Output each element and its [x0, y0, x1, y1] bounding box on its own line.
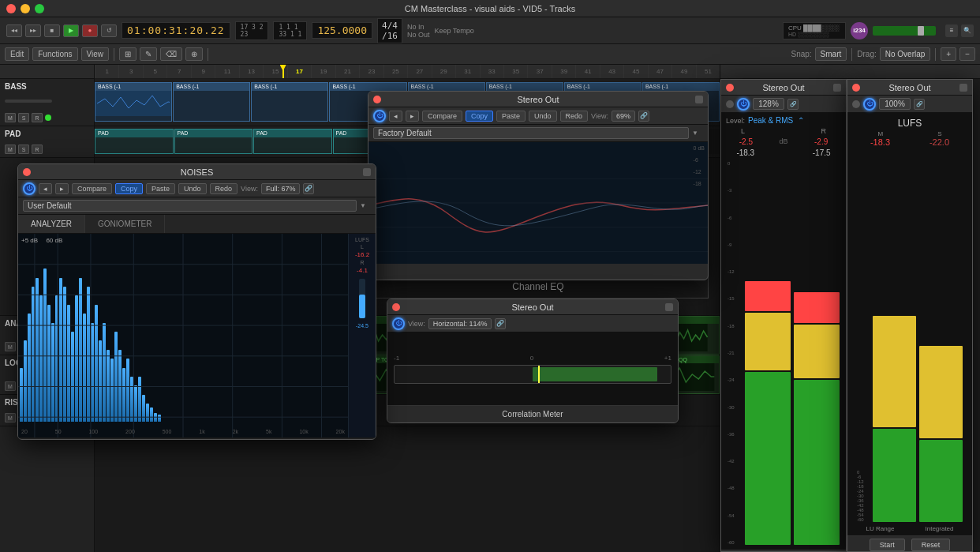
level-mode-chevron[interactable]: ⌃ — [798, 116, 804, 125]
pad-solo-btn[interactable]: S — [18, 145, 29, 154]
level-peak-r: -2.9 — [814, 137, 828, 146]
pad-record-btn[interactable]: R — [32, 145, 43, 154]
loudness-link-btn[interactable]: 🔗 — [914, 99, 925, 110]
rewind-button[interactable]: ◂◂ — [6, 24, 22, 37]
loudness-meter-expand[interactable] — [959, 84, 967, 92]
tool-pencil[interactable]: ✎ — [140, 47, 157, 61]
close-button[interactable] — [6, 4, 16, 13]
noises-preset-dropdown[interactable]: User Default — [23, 200, 357, 212]
cycle-button[interactable]: ↺ — [101, 24, 117, 37]
tab-goniometer[interactable]: GONIOMETER — [85, 215, 165, 233]
bass-volume-fader[interactable] — [5, 100, 52, 103]
loudness-power-btn[interactable]: ⏻ — [863, 98, 876, 111]
stereo-out-large-close[interactable] — [373, 96, 381, 103]
timecode-display[interactable]: 01:00:31:20.22 — [122, 22, 230, 39]
noises-power-btn[interactable]: ⏻ — [23, 182, 36, 195]
separator-1 — [114, 48, 114, 61]
bass-record-btn[interactable]: R — [32, 113, 43, 122]
stop-button[interactable]: ■ — [44, 24, 60, 37]
lu-range-bar-yellow — [873, 316, 916, 427]
zoom-out-btn[interactable]: − — [959, 47, 975, 61]
loudness-meter-close[interactable] — [852, 84, 860, 92]
stereo-out-large-expand[interactable] — [695, 96, 703, 103]
noises-view-value[interactable]: Full: 67% — [261, 183, 301, 194]
pad-mute-btn[interactable]: M — [5, 145, 16, 154]
stereo-out-small-close[interactable] — [392, 303, 400, 311]
edit-menu[interactable]: Edit — [5, 47, 29, 61]
list-icon[interactable]: ≡ — [945, 24, 958, 37]
stereo-out-small-expand[interactable] — [665, 303, 673, 311]
pad-clip-2[interactable]: PAD — [174, 129, 253, 154]
user-avatar[interactable]: i234 — [851, 22, 868, 39]
stereo-out-large-prev[interactable]: ◂ — [389, 111, 402, 122]
minimize-button[interactable] — [21, 4, 30, 13]
search-icon[interactable]: 🔍 — [961, 24, 974, 37]
tool-zoom[interactable]: ⊕ — [185, 47, 203, 61]
record-button[interactable]: ● — [82, 24, 98, 37]
level-meter-expand[interactable] — [833, 84, 841, 92]
noises-redo-btn[interactable]: Redo — [210, 183, 238, 194]
stereo-out-large-redo[interactable]: Redo — [560, 111, 589, 122]
level-percent[interactable]: 128% — [753, 98, 784, 110]
lufs-side-bar — [359, 279, 365, 318]
level-link-btn[interactable]: 🔗 — [787, 99, 799, 110]
tool-eraser[interactable]: ⌫ — [160, 47, 182, 61]
level-lr-labels: L R — [726, 127, 841, 135]
loop-topper-mute-btn[interactable]: M — [5, 381, 16, 391]
stereo-out-large-view[interactable]: 69% — [612, 111, 635, 122]
noises-undo-btn[interactable]: Undo — [178, 183, 207, 194]
snap-value[interactable]: Smart — [815, 47, 847, 61]
lufs-start-btn[interactable]: Start — [870, 539, 905, 551]
rise-vox-mute-btn[interactable]: M — [5, 413, 16, 422]
tool-select[interactable]: ⊞ — [119, 47, 137, 61]
stereo-out-large-preset[interactable]: Factory Default — [373, 127, 689, 139]
pad-clip-1[interactable]: PAD — [95, 129, 174, 154]
noises-next-btn[interactable]: ▸ — [55, 183, 69, 194]
ana-drum-mute-btn[interactable]: M — [5, 342, 16, 351]
stereo-out-large-preset-arrow[interactable]: ▼ — [692, 128, 703, 139]
bass-solo-btn[interactable]: S — [18, 113, 29, 122]
play-button[interactable]: ▶ — [63, 24, 79, 37]
bass-mute-btn[interactable]: M — [5, 113, 16, 122]
noises-link-btn[interactable]: 🔗 — [303, 183, 314, 194]
drag-value[interactable]: No Overlap — [880, 47, 931, 61]
bass-clip-1[interactable]: BASS (-1 — [95, 82, 172, 122]
noises-paste-btn[interactable]: Paste — [146, 183, 175, 194]
stereo-out-large-compare[interactable]: Compare — [422, 111, 462, 122]
bass-clip-3[interactable]: BASS (-1 — [251, 82, 328, 122]
view-menu[interactable]: View — [81, 47, 110, 61]
tab-analyzer[interactable]: ANALYZER — [18, 215, 85, 233]
tempo-display[interactable]: 125.0000 — [312, 22, 372, 39]
loudness-percent[interactable]: 100% — [879, 98, 911, 110]
functions-menu[interactable]: Functions — [32, 47, 77, 61]
noises-close-btn[interactable] — [23, 168, 31, 176]
noises-compare-btn[interactable]: Compare — [72, 183, 112, 194]
forward-button[interactable]: ▸▸ — [25, 24, 41, 37]
stereo-out-large-undo[interactable]: Undo — [529, 111, 557, 122]
stereo-out-large-next[interactable]: ▸ — [406, 111, 419, 122]
stereo-out-large-power[interactable]: ⏻ — [373, 110, 386, 122]
lufs-reset-btn[interactable]: Reset — [911, 539, 951, 551]
noises-prev-btn[interactable]: ◂ — [39, 183, 52, 194]
stereo-out-large-paste[interactable]: Paste — [496, 111, 526, 122]
stereo-out-small-power[interactable]: ⏻ — [392, 317, 405, 330]
stereo-out-small-title: Stereo Out — [511, 302, 553, 312]
noises-copy-btn[interactable]: Copy — [115, 183, 143, 194]
stereo-out-small-link[interactable]: 🔗 — [495, 318, 506, 329]
level-power-btn[interactable]: ⏻ — [737, 98, 750, 111]
stereo-out-large-copy[interactable]: Copy — [466, 111, 493, 122]
channel-eq-title: Channel EQ — [512, 281, 563, 292]
noises-expand-btn[interactable] — [363, 168, 371, 176]
stereo-out-large-link[interactable]: 🔗 — [638, 111, 649, 122]
noises-preset-arrow[interactable]: ▼ — [360, 201, 371, 212]
top-label: +5 dB 60 dB — [21, 237, 62, 244]
stereo-out-small-view[interactable]: Horizontal: 114% — [428, 318, 492, 329]
out-value: No Out — [407, 31, 430, 39]
master-fader[interactable] — [873, 26, 936, 36]
stereo-out-large-toolbar: ⏻ ◂ ▸ Compare Copy Paste Undo Redo View:… — [368, 107, 708, 125]
bass-clip-2[interactable]: BASS (-1 — [173, 82, 250, 122]
zoom-in-btn[interactable]: + — [941, 47, 956, 61]
level-meter-close[interactable] — [726, 84, 734, 92]
maximize-button[interactable] — [35, 4, 44, 13]
pad-clip-3[interactable]: PAD — [253, 129, 332, 154]
